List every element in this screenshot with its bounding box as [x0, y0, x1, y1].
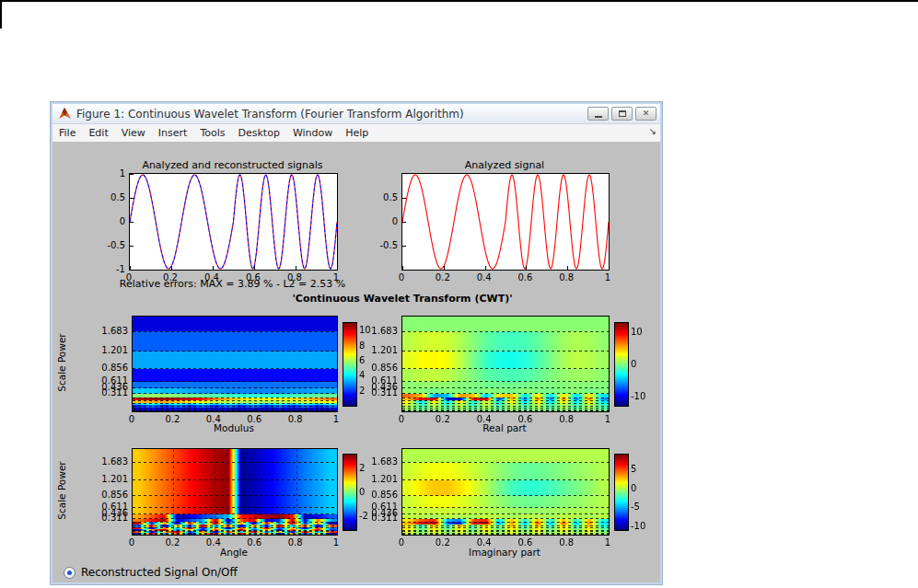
- tick-label: -0.5: [99, 240, 125, 250]
- angle-ylabel: Scale Power: [56, 454, 67, 527]
- modulus-ylabel: Scale Power: [56, 326, 67, 399]
- analyzed-reconstructed-signals-plot: [129, 173, 338, 271]
- menu-item-view[interactable]: View: [115, 125, 152, 141]
- real-part-colorbar: [614, 322, 629, 407]
- minimize-icon: [595, 116, 602, 118]
- tick-label: 1.683: [97, 456, 128, 467]
- tick-label: 0.311: [97, 387, 128, 398]
- analyzed-signal-plot: [401, 173, 610, 271]
- tick-label: 0: [121, 414, 143, 424]
- tick-label: 5: [631, 464, 655, 474]
- modulus-heatmap: [132, 316, 338, 412]
- tick-label: 0.2: [432, 414, 454, 424]
- window-title: Figure 1: Continuous Wavelet Transform (…: [76, 108, 587, 121]
- tick-label: 0.856: [366, 490, 398, 500]
- dock-arrow-icon[interactable]: ↘: [649, 126, 657, 136]
- tick-label: -10: [631, 391, 655, 401]
- menu-item-window[interactable]: Window: [286, 125, 339, 141]
- tick-label: 0.4: [203, 414, 225, 424]
- window-title-bar[interactable]: Figure 1: Continuous Wavelet Transform (…: [52, 104, 660, 124]
- tick-label: 1.683: [97, 326, 128, 336]
- tick-label: 0.2: [432, 272, 454, 282]
- tick-label: 0.311: [366, 387, 398, 398]
- tick-label: 1: [597, 272, 619, 282]
- tick-label: 0.8: [285, 414, 307, 424]
- close-icon: ✕: [643, 110, 650, 118]
- imaginary-part-colorbar: [614, 454, 629, 531]
- real-part-heatmap: [401, 316, 610, 412]
- tick-label: 1.201: [97, 345, 128, 355]
- tick-label: 1.201: [366, 345, 398, 355]
- tick-label: 10: [631, 327, 655, 337]
- reconstructed-signal-toggle[interactable]: Reconstructed Signal On/Off: [64, 566, 238, 579]
- window-controls: ✕: [587, 107, 657, 121]
- modulus-colorbar: [343, 322, 357, 407]
- close-button[interactable]: ✕: [635, 107, 657, 121]
- matlab-app-icon: [58, 108, 72, 120]
- tick-label: 0: [121, 537, 143, 548]
- figure-canvas-area: Analyzed and reconstructed signals Analy…: [52, 142, 660, 582]
- tick-label: 1.683: [366, 456, 398, 467]
- radio-label: Reconstructed Signal On/Off: [81, 566, 238, 579]
- tick-label: -1: [99, 264, 125, 274]
- tick-label: 1: [597, 537, 619, 548]
- menu-item-file[interactable]: File: [52, 125, 82, 141]
- menu-item-insert[interactable]: Insert: [152, 125, 194, 141]
- tick-label: 0.856: [366, 363, 398, 373]
- angle-xlabel: Angle: [132, 547, 336, 558]
- minimize-button[interactable]: [587, 107, 609, 121]
- imaginary-part-heatmap: [401, 448, 610, 536]
- tick-label: 0.6: [243, 414, 265, 424]
- cwt-main-title: 'Continuous Wavelet Transform (CWT)': [145, 293, 660, 305]
- plot-title-analyzed: Analyzed signal: [401, 159, 608, 171]
- tick-label: 1.201: [366, 474, 398, 484]
- tick-label: 1: [597, 414, 619, 424]
- tick-label: 0.856: [97, 490, 128, 500]
- menu-item-help[interactable]: Help: [339, 125, 375, 141]
- menu-bar: FileEditViewInsertToolsDesktopWindowHelp: [52, 124, 660, 143]
- matlab-figure-window: Figure 1: Continuous Wavelet Transform (…: [51, 102, 662, 584]
- tick-label: 0.311: [97, 513, 128, 523]
- tick-label: 0.4: [203, 537, 225, 548]
- tick-label: 0.8: [285, 537, 307, 548]
- tick-label: 0.6: [243, 537, 265, 548]
- tick-label: 0: [631, 483, 655, 493]
- tick-label: -0.5: [372, 240, 398, 250]
- tick-label: 0.4: [473, 537, 495, 548]
- tick-label: 0.6: [514, 414, 536, 424]
- tick-label: 0.311: [366, 513, 398, 523]
- tick-label: 0.4: [201, 272, 223, 282]
- tick-label: 0.2: [161, 537, 183, 548]
- menu-item-tools[interactable]: Tools: [193, 125, 231, 141]
- page-frame-top-border: [0, 0, 918, 2]
- tick-label: 0.8: [555, 272, 577, 282]
- tick-label: 1: [325, 272, 347, 282]
- menu-item-edit[interactable]: Edit: [82, 125, 114, 141]
- tick-label: 0.8: [284, 272, 306, 282]
- tick-label: 1: [325, 537, 347, 548]
- radio-button-icon[interactable]: [64, 567, 76, 579]
- radio-selected-dot: [67, 571, 72, 575]
- tick-label: 0.5: [372, 192, 398, 202]
- imaginary-part-xlabel: Imaginary part: [401, 547, 608, 558]
- tick-label: 0: [372, 216, 398, 226]
- tick-label: 0.856: [97, 363, 128, 373]
- maximize-button[interactable]: [611, 107, 633, 121]
- tick-label: 0.5: [99, 192, 125, 202]
- tick-label: 0: [390, 537, 413, 548]
- plot-title-signals: Analyzed and reconstructed signals: [129, 159, 336, 171]
- tick-label: 1: [99, 168, 125, 179]
- tick-label: 0.2: [159, 272, 181, 282]
- tick-label: 0.8: [555, 414, 577, 424]
- tick-label: -10: [631, 521, 655, 531]
- angle-heatmap: [132, 448, 338, 536]
- tick-label: 1: [325, 414, 347, 424]
- tick-label: 0.2: [432, 537, 454, 548]
- tick-label: 0.6: [514, 272, 536, 282]
- tick-label: 0: [631, 359, 655, 369]
- tick-label: 0.2: [161, 414, 183, 424]
- tick-label: 0: [390, 272, 413, 282]
- menu-item-desktop[interactable]: Desktop: [232, 125, 286, 141]
- maximize-icon: [619, 110, 626, 117]
- page-frame-left-border: [0, 0, 2, 29]
